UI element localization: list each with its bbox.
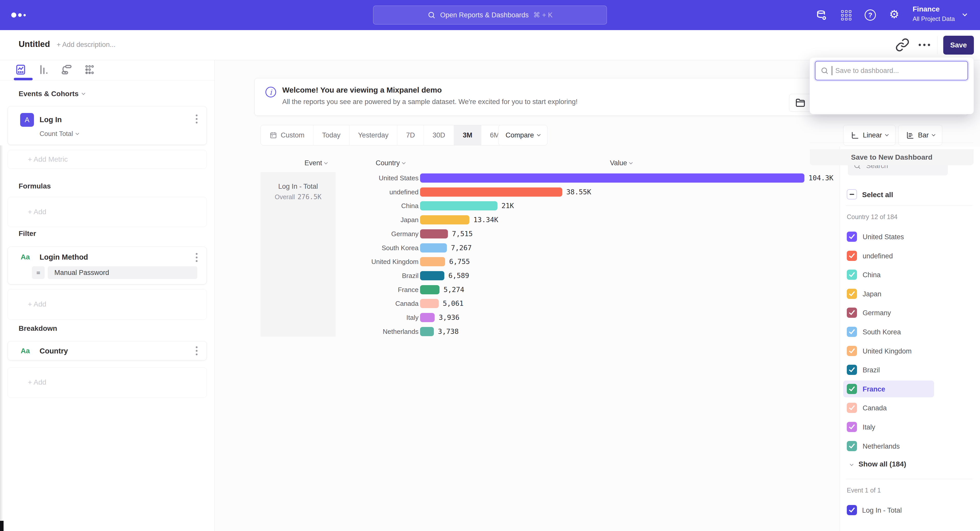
country-item-label[interactable]: China bbox=[862, 271, 881, 279]
copy-link-icon[interactable] bbox=[895, 38, 910, 52]
country-checkbox-canada[interactable] bbox=[847, 403, 857, 413]
filter-value-chip[interactable]: Manual Password bbox=[48, 266, 197, 279]
add-description-placeholder[interactable]: + Add description... bbox=[57, 41, 115, 49]
save-dashboard-search-input[interactable]: Save to dashboard... bbox=[815, 61, 968, 80]
country-checkbox-japan[interactable] bbox=[847, 289, 857, 299]
range-custom[interactable]: Custom bbox=[261, 125, 313, 145]
bar-value-label: 3,738 bbox=[438, 325, 458, 338]
save-to-new-dashboard-button[interactable]: Save to New Dashboard bbox=[810, 149, 974, 165]
event-item-checkbox[interactable] bbox=[847, 505, 857, 515]
add-breakdown-card[interactable]: + Add bbox=[8, 367, 207, 398]
global-search-input[interactable]: Open Reports & Dashboards ⌘ + K bbox=[373, 6, 607, 24]
breakdown-property-name[interactable]: Country bbox=[40, 347, 68, 355]
section-events-cohorts[interactable]: Events & Cohorts bbox=[19, 90, 85, 98]
bar[interactable] bbox=[420, 299, 439, 308]
breakdown-kebab-icon[interactable] bbox=[196, 346, 197, 355]
country-checkbox-south-korea[interactable] bbox=[847, 327, 857, 337]
bar[interactable] bbox=[420, 215, 469, 224]
country-checkbox-germany[interactable] bbox=[847, 308, 857, 318]
bar[interactable] bbox=[420, 327, 434, 336]
mixpanel-logo-icon[interactable] bbox=[11, 0, 26, 30]
column-header-value[interactable]: Value bbox=[610, 159, 632, 167]
country-checkbox-united-kingdom[interactable] bbox=[847, 346, 857, 356]
select-all-label[interactable]: Select all bbox=[862, 191, 893, 199]
more-options-icon[interactable] bbox=[917, 41, 932, 55]
bar[interactable] bbox=[420, 257, 445, 266]
date-range-segmented-control: CustomTodayYesterday7D30D3M6M12M bbox=[261, 125, 539, 145]
country-item-label[interactable]: South Korea bbox=[862, 328, 901, 336]
filter-card[interactable]: Aa Login Method = Manual Password bbox=[8, 247, 207, 284]
filter-operator-chip[interactable]: = bbox=[32, 266, 45, 279]
check-icon bbox=[849, 442, 855, 449]
range-today[interactable]: Today bbox=[313, 125, 349, 145]
country-checkbox-france[interactable] bbox=[847, 384, 857, 394]
bar[interactable] bbox=[420, 313, 434, 322]
bar-chart-icon bbox=[906, 131, 915, 139]
column-header-event[interactable]: Event bbox=[304, 159, 327, 167]
help-icon[interactable]: ? bbox=[865, 10, 877, 21]
project-chevron-down-icon[interactable] bbox=[963, 13, 966, 17]
metric-kebab-icon[interactable] bbox=[196, 114, 197, 124]
show-all-toggle[interactable]: Show all (184) bbox=[850, 460, 906, 468]
range-label: Yesterday bbox=[358, 132, 388, 139]
tab-retention[interactable] bbox=[84, 64, 95, 76]
top-nav: Open Reports & Dashboards ⌘ + K ? ⚙ Fina… bbox=[0, 0, 980, 30]
breakdown-card[interactable]: Aa Country bbox=[8, 341, 207, 360]
bar[interactable] bbox=[420, 201, 497, 211]
country-checkbox-italy[interactable] bbox=[847, 422, 857, 432]
country-checkbox-china[interactable] bbox=[847, 269, 857, 280]
country-item-label[interactable]: Germany bbox=[862, 309, 891, 317]
bar[interactable] bbox=[420, 285, 439, 294]
filter-property-name[interactable]: Login Method bbox=[40, 253, 88, 262]
column-header-country[interactable]: Country bbox=[375, 159, 405, 167]
bar[interactable] bbox=[420, 229, 448, 238]
range-label: Custom bbox=[281, 132, 304, 139]
tab-flows[interactable] bbox=[61, 64, 73, 76]
country-checkbox-united-states[interactable] bbox=[847, 231, 857, 242]
section-filter: Filter bbox=[19, 230, 36, 238]
country-checkbox-brazil[interactable] bbox=[847, 365, 857, 375]
check-icon bbox=[849, 347, 855, 353]
country-item-label[interactable]: Netherlands bbox=[862, 442, 900, 450]
add-filter-card[interactable]: + Add bbox=[8, 289, 207, 320]
tab-insights[interactable] bbox=[15, 64, 27, 76]
country-checkbox-undefined[interactable] bbox=[847, 251, 857, 261]
range-7d[interactable]: 7D bbox=[397, 125, 424, 145]
event-item-label[interactable]: Log In - Total bbox=[862, 507, 902, 514]
add-metric-card[interactable]: + Add Metric bbox=[8, 150, 207, 169]
chart-type-dropdown[interactable]: Bar bbox=[898, 125, 942, 145]
bar[interactable] bbox=[420, 271, 444, 280]
tab-funnels[interactable] bbox=[38, 64, 49, 76]
compare-button[interactable]: Compare bbox=[498, 125, 547, 145]
select-all-checkbox[interactable] bbox=[847, 189, 857, 200]
add-formula-card[interactable]: + Add bbox=[8, 197, 207, 227]
range-30d[interactable]: 30D bbox=[424, 125, 454, 145]
save-button[interactable]: Save bbox=[943, 36, 974, 55]
settings-gear-icon[interactable]: ⚙ bbox=[889, 9, 901, 21]
country-checkbox-netherlands[interactable] bbox=[847, 441, 857, 451]
country-item-label[interactable]: Brazil bbox=[862, 366, 880, 374]
bar[interactable] bbox=[420, 173, 804, 182]
report-title[interactable]: Untitled bbox=[19, 39, 50, 49]
metric-event-name[interactable]: Log In bbox=[40, 116, 62, 124]
apps-grid-icon[interactable] bbox=[841, 10, 853, 21]
scale-dropdown[interactable]: Linear bbox=[843, 125, 896, 145]
check-icon bbox=[849, 233, 855, 239]
range-yesterday[interactable]: Yesterday bbox=[349, 125, 397, 145]
bar[interactable] bbox=[420, 243, 447, 252]
range-3m[interactable]: 3M bbox=[454, 125, 481, 145]
country-item-label[interactable]: Japan bbox=[862, 290, 881, 298]
metric-aggregation[interactable]: Count Total bbox=[40, 130, 79, 138]
bar[interactable] bbox=[420, 187, 562, 197]
country-item-label[interactable]: United States bbox=[862, 233, 904, 241]
metric-card[interactable]: A Log In Count Total bbox=[8, 106, 207, 145]
data-management-icon[interactable] bbox=[816, 10, 827, 21]
country-item-label[interactable]: Canada bbox=[862, 404, 887, 412]
country-item-label[interactable]: France bbox=[862, 385, 885, 393]
filter-kebab-icon[interactable] bbox=[196, 253, 197, 262]
country-item-label[interactable]: United Kingdom bbox=[862, 347, 912, 355]
section-breakdown: Breakdown bbox=[19, 324, 57, 333]
country-item-label[interactable]: undefined bbox=[862, 252, 893, 260]
project-switcher[interactable]: Finance All Project Data bbox=[913, 5, 955, 22]
country-item-label[interactable]: Italy bbox=[862, 423, 875, 431]
